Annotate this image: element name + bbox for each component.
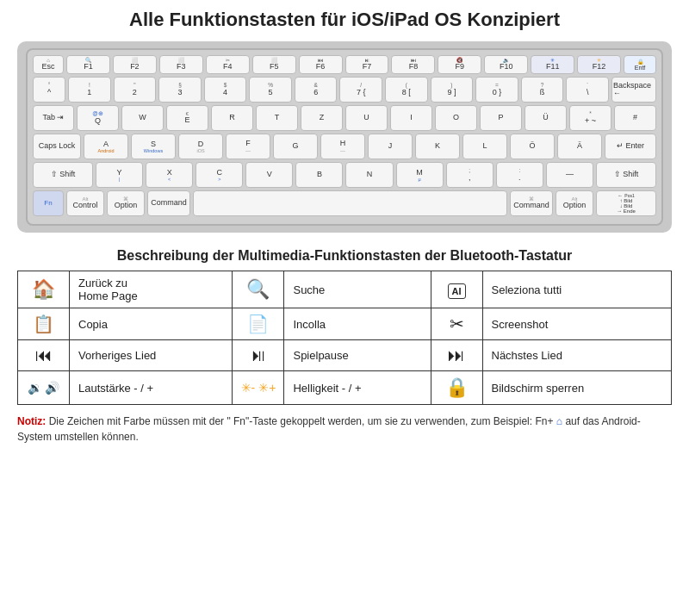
key-b: B (295, 162, 343, 188)
key-2: " 2 (114, 77, 157, 103)
key-oe: Ö (510, 134, 555, 159)
key-fn: Fn (33, 190, 64, 216)
key-f11: ✳ F11 (531, 55, 574, 74)
function-table: 🏠 Zurück zuHome Page 🔍 Suche AI Selezion… (17, 271, 672, 405)
key-a: A Android (84, 134, 128, 159)
icon-brightness: ✳- ✳+ (233, 371, 284, 405)
key-j: J (368, 134, 413, 159)
key-caret: ° ^ (33, 77, 65, 103)
note-symbol: ⌂ (556, 415, 562, 427)
key-f2: ⬜ F2 (113, 55, 157, 74)
key-enter: ↵ Enter (605, 134, 656, 159)
table-row: ⏮ Vorheriges Lied ⏯ Spielpause ⏭ Nächste… (18, 340, 672, 371)
key-6: & 6 (295, 77, 338, 103)
key-f: F — (226, 134, 270, 159)
icon-next: ⏭ (431, 340, 482, 371)
key-ss: ? ß (521, 77, 564, 103)
note-text: Notiz: Die Zeichen mit Farbe müssen mit … (17, 414, 672, 445)
key-8: ( 8 [ (385, 77, 428, 103)
key-c: C > (196, 162, 243, 188)
key-5: % 5 (249, 77, 292, 103)
label-next: Nächstes Lied (482, 340, 672, 371)
icon-play: ⏯ (233, 340, 284, 371)
key-q: @⊕ Q (77, 105, 119, 131)
key-f4: ✂ F4 (206, 55, 250, 74)
label-copy: Copia (70, 308, 233, 340)
key-esc: ⌂ Esc (33, 55, 64, 74)
key-p: P (480, 105, 522, 131)
key-n: N (345, 162, 393, 188)
key-w: W (121, 105, 164, 131)
key-k: K (415, 134, 460, 159)
key-h: H — (320, 134, 365, 159)
key-s: S Windows (131, 134, 176, 159)
label-home: Zurück zuHome Page (70, 271, 233, 308)
key-acute: ` \ (566, 77, 609, 103)
key-4: $ 4 (204, 77, 247, 103)
key-f8: ⏭ F8 (391, 55, 435, 74)
key-option-r: Alt Option (556, 190, 593, 216)
key-f12: ✳ F12 (577, 55, 621, 74)
key-g: G (273, 134, 318, 159)
key-0: = 0 } (475, 77, 518, 103)
icon-home: 🏠 (18, 271, 70, 308)
key-u: U (345, 105, 388, 131)
note-content: Die Zeichen mit Farbe müssen mit der " F… (49, 415, 556, 427)
main-title: Alle Funktionstasten für iOS/iPad OS Kon… (17, 9, 672, 31)
key-o: O (435, 105, 477, 131)
key-semi: ; , (446, 162, 493, 188)
fn-row: ⌂ Esc 🔍 F1 ⬜ F2 ⬜ F3 ✂ F4 ⬜ F5 (33, 55, 656, 74)
key-l: L (462, 134, 507, 159)
key-option-l: ⌘ Option (107, 190, 145, 216)
key-r: R (211, 105, 253, 131)
icon-prev: ⏮ (18, 340, 70, 371)
key-space (193, 190, 507, 216)
key-dash: — (546, 162, 593, 188)
table-row: 🔉 🔊 Lautstärke - / + ✳- ✳+ Helligkeit - … (18, 371, 672, 405)
key-f6: ⏮ F6 (299, 55, 343, 74)
table-row: 🏠 Zurück zuHome Page 🔍 Suche AI Selezion… (18, 271, 672, 308)
tab-row: Tab ⇥ @⊕ Q W € E R T Z U (33, 105, 656, 131)
key-f1: 🔍 F1 (66, 55, 110, 74)
label-screenshot: Screenshot (482, 308, 672, 340)
label-prev: Vorheriges Lied (70, 340, 233, 371)
icon-scissors: ✂ (431, 308, 482, 340)
label-ai: Seleziona tutti (482, 271, 672, 308)
label-volume: Lautstärke - / + (70, 371, 233, 405)
key-1: ! 1 (68, 77, 111, 103)
note-bold-label: Notiz: (17, 415, 46, 427)
key-command-r: ⌘ Command (510, 190, 553, 216)
key-hash: # (614, 105, 656, 131)
key-t: T (256, 105, 298, 131)
icon-paste: 📄 (233, 308, 284, 340)
key-i: I (390, 105, 432, 131)
shift-row: ⇧ Shift Y | X < C > V B N (33, 162, 656, 188)
key-f10: 🔉 F10 (484, 55, 528, 74)
key-caps: Caps Lock (33, 134, 81, 159)
key-7: / 7 { (339, 77, 382, 103)
icon-copy: 📋 (18, 308, 70, 340)
label-search: Suche (284, 271, 431, 308)
key-command-l: Command (147, 190, 190, 216)
key-colon: : . (496, 162, 543, 188)
key-9: ) 9 ] (431, 77, 474, 103)
label-play: Spielpause (284, 340, 431, 371)
key-ctrl: Alt Control (66, 190, 104, 216)
key-3: § 3 (158, 77, 202, 103)
key-z: Z (301, 105, 343, 131)
key-lshift: ⇧ Shift (33, 162, 93, 188)
icon-ai: AI (431, 271, 482, 308)
key-f5: ⬜ F5 (252, 55, 296, 74)
icon-lock: 🔒 (431, 371, 482, 405)
key-m: M μ (396, 162, 444, 188)
label-lock: Bildschirm sperren (482, 371, 672, 405)
label-brightness: Helligkeit - / + (284, 371, 431, 405)
key-d: D iOS (178, 134, 223, 159)
label-paste: Incolla (284, 308, 431, 340)
bottom-row: Fn Alt Control ⌘ Option Command ⌘ Comman… (33, 190, 656, 216)
key-plus: * + ~ (569, 105, 611, 131)
caps-row: Caps Lock A Android S Windows D iOS F — … (33, 134, 656, 159)
key-f9: 🔇 F9 (438, 55, 481, 74)
key-f7: ⏯ F7 (345, 55, 389, 74)
key-f3: ⬜ F3 (159, 55, 203, 74)
